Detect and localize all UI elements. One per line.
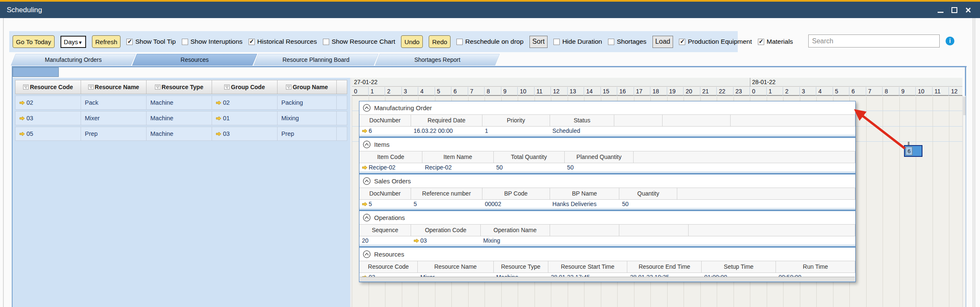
hour-cell: 20 [684,87,700,96]
link-arrow-icon[interactable] [19,101,25,105]
window-title: Scheduling [7,2,42,18]
hour-cell: 9 [899,87,916,96]
checkbox-box [679,39,685,45]
column-header[interactable]: Resource Name [81,80,147,94]
link-arrow-icon[interactable] [216,101,221,105]
grid-line [883,97,883,307]
cell [550,236,620,245]
section-title: Resources [374,251,404,258]
link-arrow-icon[interactable] [216,116,221,121]
redo-button[interactable]: Redo [429,35,451,48]
table-row: 2003Mixing [359,236,855,245]
checkbox-shortages[interactable]: Shortages [608,38,647,45]
cell: Pack [81,95,147,110]
minimize-icon[interactable] [936,6,945,14]
collapse-icon[interactable] [363,104,371,112]
filter-icon[interactable] [224,85,230,90]
checkbox-show-interuptions[interactable]: Show Interuptions [182,38,243,45]
gantt-bar[interactable]: 6 [904,145,922,157]
column-header[interactable]: Resource Code [15,80,81,94]
load-button[interactable]: Load [652,36,673,48]
search-input[interactable] [808,34,940,48]
section-title: Manufacturing Order [374,104,432,111]
link-arrow-icon[interactable] [19,116,25,121]
cell: Packing [277,95,337,110]
hour-cell: 5 [435,87,452,96]
checkbox-show-resource-chart[interactable]: Show Resource Chart [323,38,396,45]
cell: 50 [494,163,565,172]
timeline-vertical-scrollbar[interactable] [962,96,966,307]
link-arrow-icon[interactable] [362,165,367,170]
tab-resource-planning-board[interactable]: Resource Planning Board [255,53,377,66]
cell: Machine [146,95,212,110]
column-header: Priority [482,115,550,126]
table-row[interactable]: 02PackMachine02Packing [15,95,347,110]
close-icon[interactable] [964,6,972,14]
go-to-today-button[interactable]: Go To Today [13,35,55,48]
gantt-bar-label: 6 [906,147,912,155]
section-header-row: Resource CodeResource NameResource TypeR… [359,261,855,273]
cell: 50 [619,200,677,208]
column-header[interactable]: Resource Type [146,80,212,94]
hour-cell: 0 [750,87,767,96]
table-row[interactable]: 03MixerMachine01Mixing [15,111,347,125]
hour-cell: 14 [584,87,601,96]
undo-button[interactable]: Undo [401,35,423,48]
link-arrow-icon[interactable] [362,202,367,206]
resource-table-header: Resource CodeResource NameResource TypeG… [15,80,347,94]
collapse-icon[interactable] [363,140,371,148]
checkbox-production-equipment[interactable]: Production Equipment [679,38,752,45]
column-header[interactable]: Group Name [277,80,337,94]
link-arrow-icon[interactable] [216,132,221,136]
section-header-row: DocNumberReference numberBP CodeBP NameQ… [359,188,855,200]
date-label: 27-01-22 [354,78,377,87]
refresh-button[interactable]: Refresh [92,35,121,48]
checkbox-materials[interactable]: Materials [758,38,793,45]
cell-value: 00002 [485,200,501,208]
link-arrow-icon[interactable] [414,238,419,243]
collapse-icon[interactable] [363,177,371,185]
info-icon[interactable] [946,37,954,45]
window-left-edge [3,18,4,307]
interval-select[interactable]: Days [60,36,86,48]
hour-cell: 5 [833,87,850,96]
cell-value: Machine [150,99,173,106]
maximize-icon[interactable] [950,6,959,14]
checkbox-hide-duration[interactable]: Hide Duration [553,38,602,45]
chevron-down-icon [78,38,83,45]
cell-value: 20 [362,236,369,245]
hour-cell: 0 [352,87,369,96]
column-header: Required Date [411,115,482,126]
column-header[interactable] [336,80,347,94]
filter-icon[interactable] [88,85,94,90]
column-header: Item Name [422,151,494,163]
link-arrow-icon[interactable] [362,129,367,133]
collapse-icon[interactable] [363,214,371,222]
tooltip-panel: Manufacturing OrderDocNumberRequired Dat… [359,101,856,282]
filter-icon[interactable] [286,85,291,90]
checkbox-show-tool-tip[interactable]: Show Tool Tip [126,38,176,45]
checkbox-reschedule-on-drop[interactable]: Reschedule on drop [456,38,524,45]
tab-resources[interactable]: Resources [134,53,255,66]
titlebar: Scheduling [0,2,980,18]
tab-shortages-report[interactable]: Shortages Report [377,53,498,66]
filter-icon[interactable] [23,85,29,90]
cell-value: 5 [414,200,417,208]
table-row[interactable]: 05PrepMachine03Prep [15,127,347,141]
column-header [731,115,855,126]
checkbox-box [182,39,188,45]
panel-horizontal-scrollbar[interactable] [360,277,855,281]
filter-icon[interactable] [155,85,160,90]
link-arrow-icon[interactable] [19,132,25,136]
checkbox-historical-resources[interactable]: Historical Resources [249,38,317,45]
column-header: BP Name [550,188,620,199]
scrollbar-thumb[interactable] [963,97,966,115]
window-scrollbar[interactable] [972,18,975,307]
resource-list-pane: Resource CodeResource NameResource TypeG… [13,78,350,307]
column-header[interactable]: Group Code [212,80,278,94]
app-window: Scheduling Go To Today Days Refresh Show… [0,0,980,307]
collapse-icon[interactable] [363,250,371,258]
sort-button[interactable]: Sort [529,36,548,48]
window-controls [936,2,972,18]
tab-manufacturing-orders[interactable]: Manufacturing Orders [13,53,134,66]
